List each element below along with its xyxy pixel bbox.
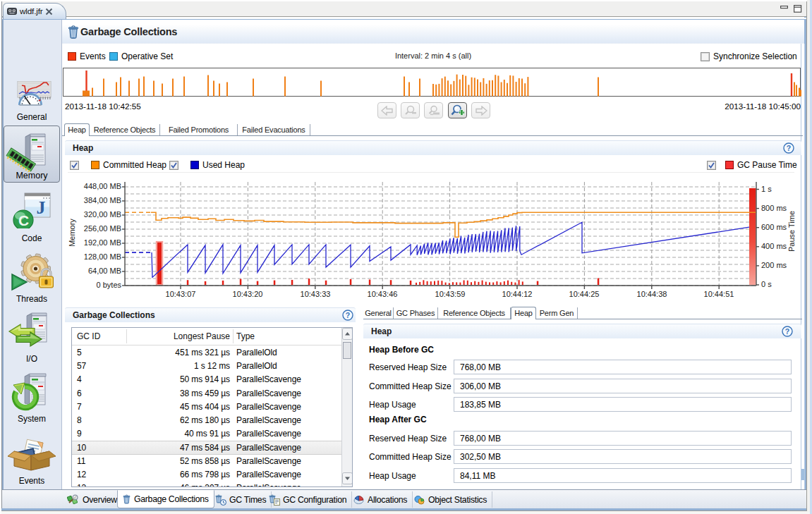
svg-text:?: ? bbox=[346, 311, 350, 319]
svg-text:?: ? bbox=[787, 144, 791, 152]
svg-text:?: ? bbox=[785, 327, 789, 336]
svg-text:C: C bbox=[18, 212, 29, 228]
svg-text:J: J bbox=[37, 197, 46, 218]
